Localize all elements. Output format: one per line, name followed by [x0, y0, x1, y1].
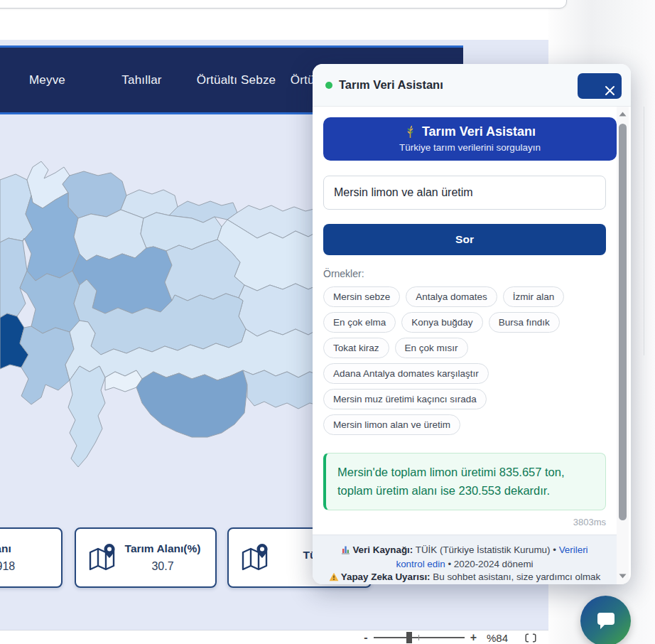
chat-bubble-icon [595, 611, 617, 632]
examples-label: Örnekler: [323, 268, 607, 279]
page: Meyve Tahıllar Örtüaltı Sebze Örtüaltı M… [0, 0, 655, 644]
widget-content: Tarım Veri Asistanı Türkiye tarım verile… [313, 107, 617, 535]
map-pin-icon [87, 542, 117, 574]
example-chip[interactable]: Adana Antalya domates karşılaştır [323, 363, 489, 384]
example-chip[interactable]: Tokat kiraz [323, 338, 389, 358]
widget-footer: Veri Kaynağı: TÜİK (Türkiye İstatistik K… [313, 535, 617, 584]
example-chip[interactable]: Antalya domates [406, 286, 497, 307]
province[interactable] [136, 370, 247, 437]
zoom-slider-tick [418, 635, 420, 640]
answer-message: Mersin'de toplam limon üretimi 835.657 t… [323, 453, 606, 510]
fit-screen-icon[interactable] [525, 633, 536, 643]
example-chip[interactable]: Mersin limon alan ve üretim [323, 414, 460, 435]
example-chip[interactable]: Bursa fındık [489, 312, 560, 333]
status-bar: - + %84 [0, 630, 548, 644]
province[interactable] [74, 210, 146, 261]
wheat-icon [404, 125, 416, 139]
example-chips: Mersin sebze Antalya domates İzmir alan … [323, 286, 609, 435]
close-icon [605, 85, 615, 96]
card-tarim-alani[interactable]: rım Alanı 0.020.918 [0, 527, 63, 588]
card-value: 30.7 [117, 560, 208, 573]
scrollbar-thumb[interactable] [619, 124, 627, 520]
zoom-slider[interactable] [374, 633, 465, 643]
map-pin-icon [240, 542, 270, 574]
tab-ortualti-sebze[interactable]: Örtüaltı Sebze [189, 73, 283, 87]
scroll-up-icon[interactable] [617, 108, 629, 119]
close-button[interactable] [578, 73, 622, 99]
source-text: TÜİK (Türkiye İstatistik Kurumu) [413, 544, 553, 555]
bullet: • [553, 544, 556, 555]
warning-text: Bu sohbet asistanı, size yardımcı olmak [431, 571, 601, 582]
zoom-slider-thumb[interactable] [406, 632, 412, 643]
widget-title: Tarım Veri Asistanı [339, 78, 443, 92]
chat-assistant-widget: Tarım Veri Asistanı [313, 64, 631, 584]
card-title: rım Alanı [0, 542, 54, 555]
scroll-down-icon[interactable] [617, 570, 629, 581]
province[interactable] [0, 238, 27, 318]
chat-launcher-button[interactable] [580, 596, 631, 644]
province[interactable] [20, 271, 80, 333]
example-chip[interactable]: Konya buğday [401, 312, 482, 333]
period-text: 2020-2024 dönemi [451, 559, 533, 569]
example-chip[interactable]: İzmir alan [503, 286, 565, 307]
assistant-header: Tarım Veri Asistanı Türkiye tarım verile… [323, 117, 617, 161]
assistant-subtitle: Türkiye tarım verilerini sorgulayın [329, 142, 611, 153]
background-divider [644, 107, 644, 355]
zoom-out-button[interactable]: - [364, 632, 367, 643]
example-chip[interactable]: En çok elma [323, 312, 396, 333]
online-status-dot [325, 82, 332, 89]
zoom-in-button[interactable]: + [470, 632, 477, 643]
zoom-level: %84 [487, 632, 508, 644]
card-title: Tarım Alanı(%) [117, 542, 208, 555]
card-tarim-alani-pct[interactable]: Tarım Alanı(%) 30.7 [75, 527, 217, 588]
example-chip[interactable]: Mersin muz üretimi kaçıncı sırada [323, 389, 487, 409]
province[interactable] [68, 366, 105, 467]
source-label: Veri Kaynağı: [352, 544, 413, 555]
bar-chart-icon [341, 545, 350, 558]
example-chip[interactable]: En çok mısır [395, 338, 468, 358]
province[interactable] [243, 370, 321, 409]
example-chip[interactable]: Mersin sebze [323, 286, 400, 307]
browser-dropdown-remnant [0, 0, 567, 9]
card-value: 0.020.918 [0, 560, 54, 573]
tab-tahillar[interactable]: Tahıllar [94, 73, 189, 87]
assistant-title: Tarım Veri Asistanı [422, 124, 536, 139]
latency-label: 3803ms [323, 517, 606, 527]
ask-button[interactable]: Sor [323, 224, 606, 255]
warning-label: Yapay Zeka Uyarısı: [341, 571, 431, 582]
province[interactable] [239, 284, 321, 336]
widget-titlebar: Tarım Veri Asistanı [313, 64, 631, 107]
tab-meyve[interactable]: Meyve [0, 73, 94, 87]
query-input[interactable] [323, 176, 606, 210]
warning-icon [329, 572, 339, 584]
widget-scrollbar[interactable] [617, 107, 629, 584]
